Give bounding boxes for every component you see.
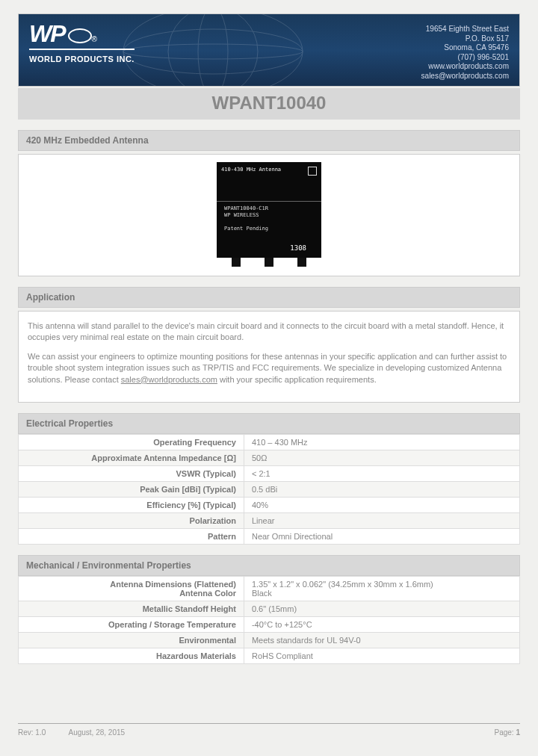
svg-point-0: [123, 13, 303, 87]
electrical-label: Operating Frequency: [19, 434, 244, 450]
application-text: This antenna will stand parallel to the …: [18, 311, 520, 403]
globe-watermark: [116, 13, 310, 87]
product-image-box: 410-430 MHz Antenna WPANT10040-C1R WP WI…: [18, 154, 520, 276]
contact-block: 19654 Eighth Street East P.O. Box 517 So…: [421, 25, 509, 81]
electrical-row: Peak Gain [dBi] (Typical)0.5 dBi: [19, 481, 520, 497]
mechanical-value: -40°C to +125°C: [244, 616, 519, 632]
contact-address3: Sonoma, CA 95476: [421, 43, 509, 53]
mechanical-value: Meets standards for UL 94V-0: [244, 632, 519, 648]
mechanical-label: Environmental: [19, 632, 244, 648]
contact-web: www.worldproducts.com: [421, 62, 509, 72]
electrical-value: 40%: [244, 497, 519, 512]
electrical-row: PatternNear Omni Directional: [19, 528, 520, 544]
company-logo: WP® WORLD PRODUCTS INC.: [29, 22, 134, 63]
footer-page-num: 1: [516, 728, 520, 737]
mechanical-label: Metallic Standoff Height: [19, 601, 244, 616]
product-image: 410-430 MHz Antenna WPANT10040-C1R WP WI…: [213, 162, 325, 267]
electrical-label: Pattern: [19, 528, 244, 544]
mechanical-label: Antenna Dimensions (Flattened) Antenna C…: [19, 576, 244, 601]
application-para2: We can assist your engineers to optimize…: [28, 351, 510, 385]
electrical-label: Polarization: [19, 512, 244, 528]
mechanical-row: EnvironmentalMeets standards for UL 94V-…: [19, 632, 520, 648]
electrical-row: Approximate Antenna Impedance [Ω]50Ω: [19, 450, 520, 465]
contact-email: sales@worldproducts.com: [421, 72, 509, 81]
electrical-value: Near Omni Directional: [244, 528, 519, 544]
electrical-value: < 2:1: [244, 465, 519, 481]
page-title: WPANT10040: [18, 88, 520, 120]
mechanical-row: Antenna Dimensions (Flattened) Antenna C…: [19, 576, 520, 601]
mechanical-row: Metallic Standoff Height0.6" (15mm): [19, 601, 520, 616]
electrical-value: 50Ω: [244, 450, 519, 465]
mechanical-row: Operating / Storage Temperature-40°C to …: [19, 616, 520, 632]
page-footer: Rev: 1.0 August, 28, 2015 Page: 1: [18, 723, 520, 737]
footer-page-label: Page:: [495, 728, 514, 737]
electrical-label: Approximate Antenna Impedance [Ω]: [19, 450, 244, 465]
sales-email-link[interactable]: sales@worldproducts.com: [121, 375, 217, 384]
logo-text: WP: [29, 22, 65, 46]
svg-point-2: [123, 44, 303, 59]
electrical-row: VSWR (Typical)< 2:1: [19, 465, 520, 481]
contact-phone: (707) 996-5201: [421, 53, 509, 63]
electrical-row: PolarizationLinear: [19, 512, 520, 528]
electrical-value: Linear: [244, 512, 519, 528]
product-top-label: 410-430 MHz Antenna: [221, 167, 317, 173]
footer-date: August, 28, 2015: [68, 728, 125, 737]
electrical-label: Efficiency [%] (Typical): [19, 497, 244, 512]
electrical-value: 410 – 430 MHz: [244, 434, 519, 450]
contact-address2: P.O. Box 517: [421, 34, 509, 44]
mechanical-value: RoHS Compliant: [244, 648, 519, 663]
mechanical-table: Antenna Dimensions (Flattened) Antenna C…: [18, 576, 520, 664]
electrical-table: Operating Frequency410 – 430 MHzApproxim…: [18, 434, 520, 545]
header-bar: WP® WORLD PRODUCTS INC. 19654 Eighth Str…: [18, 13, 520, 87]
footer-rev: Rev: 1.0: [18, 728, 46, 737]
electrical-value: 0.5 dBi: [244, 481, 519, 497]
contact-address1: 19654 Eighth Street East: [421, 25, 509, 34]
svg-point-4: [198, 13, 228, 87]
mechanical-label: Operating / Storage Temperature: [19, 616, 244, 632]
svg-point-1: [123, 29, 303, 74]
mechanical-header: Mechanical / Environmental Properties: [18, 555, 520, 576]
electrical-row: Efficiency [%] (Typical)40%: [19, 497, 520, 512]
electrical-row: Operating Frequency410 – 430 MHz: [19, 434, 520, 450]
company-name: WORLD PRODUCTS INC.: [29, 49, 134, 63]
mechanical-row: Hazardous MaterialsRoHS Compliant: [19, 648, 520, 663]
registered-mark: ®: [92, 35, 97, 43]
electrical-label: VSWR (Typical): [19, 465, 244, 481]
product-batch: 1308: [290, 244, 306, 252]
product-model-text: WPANT10040-C1R WP WIRELESS Patent Pendin…: [224, 205, 268, 232]
application-header: Application: [18, 287, 520, 308]
mechanical-value: 0.6" (15mm): [244, 601, 519, 616]
electrical-label: Peak Gain [dBi] (Typical): [19, 481, 244, 497]
product-header: 420 MHz Embedded Antenna: [18, 130, 520, 151]
svg-point-3: [168, 13, 258, 87]
mechanical-value: 1.35" x 1.2" x 0.062" (34.25mm x 30mm x …: [244, 576, 519, 601]
electrical-header: Electrical Properties: [18, 413, 520, 434]
mechanical-label: Hazardous Materials: [19, 648, 244, 663]
globe-icon: [68, 28, 92, 43]
application-para1: This antenna will stand parallel to the …: [28, 320, 510, 344]
